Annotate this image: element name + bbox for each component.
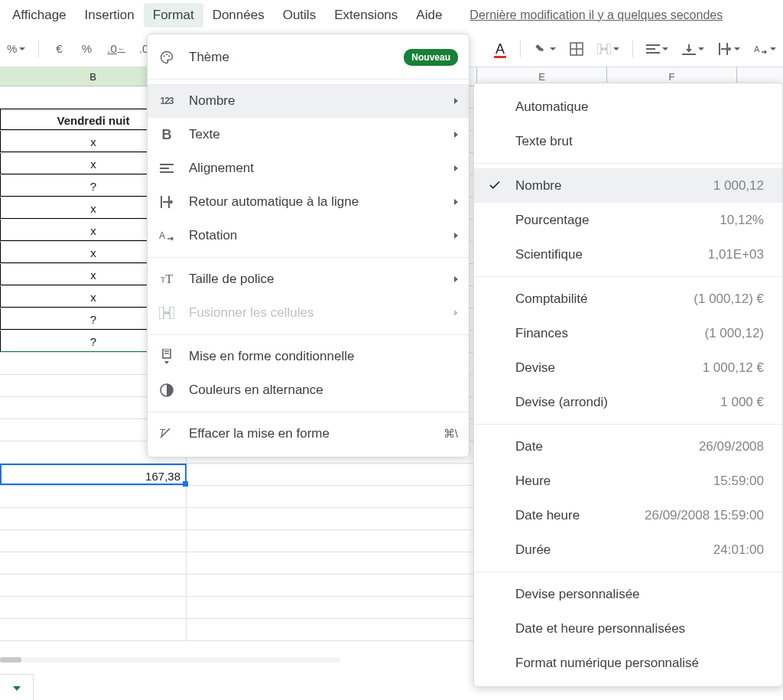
toolbar-halign[interactable]: [642, 37, 672, 60]
menu-outils[interactable]: Outils: [274, 3, 325, 28]
horizontal-scrollbar[interactable]: [0, 653, 340, 666]
format-alternating[interactable]: Couleurs en alternance: [148, 373, 469, 407]
label: Mise en forme conditionnelle: [189, 349, 354, 364]
label: Texte brut: [515, 134, 573, 149]
format-wrap[interactable]: Retour automatique à la ligne: [148, 185, 469, 219]
number-icon: 123: [158, 93, 175, 109]
format-theme[interactable]: Thème Nouveau: [148, 41, 469, 74]
nf-plain[interactable]: Texte brut: [474, 124, 782, 158]
cell[interactable]: [0, 597, 187, 618]
format-alignment[interactable]: Alignement: [148, 151, 469, 185]
palette-icon: [158, 49, 175, 66]
svg-rect-4: [607, 44, 611, 54]
toolbar-valign[interactable]: [678, 37, 708, 60]
nf-automatic[interactable]: Automatique: [474, 90, 782, 124]
svg-point-14: [168, 55, 170, 57]
menu-donnees[interactable]: Données: [203, 3, 274, 28]
label: Scientifique: [515, 247, 583, 262]
cell[interactable]: [0, 486, 187, 507]
label: Date heure: [515, 508, 580, 523]
format-number[interactable]: 123 Nombre: [148, 84, 469, 118]
toolbar-percent-dropdown[interactable]: %: [3, 37, 29, 60]
nf-custom-currency[interactable]: Devise personnalisée: [474, 577, 782, 611]
nf-date[interactable]: Date 26/09/2008: [474, 429, 782, 464]
menu-insertion[interactable]: Insertion: [76, 3, 144, 28]
toolbar-merge[interactable]: [593, 37, 623, 60]
svg-text:A: A: [754, 44, 760, 54]
cell[interactable]: [0, 530, 187, 552]
nf-number[interactable]: Nombre 1 000,12: [474, 168, 782, 203]
example: 26/09/2008: [699, 439, 764, 454]
format-text[interactable]: B Texte: [148, 118, 469, 151]
label: Durée: [515, 542, 551, 558]
wrap-overflow-icon: [718, 43, 732, 55]
label: Format numérique personnalisé: [515, 656, 699, 671]
submenu-arrow-icon: [454, 276, 458, 282]
format-conditional[interactable]: Mise en forme conditionnelle: [148, 340, 469, 373]
toolbar-separator: [632, 41, 633, 57]
format-clear[interactable]: T Effacer la mise en forme ⌘\: [148, 417, 469, 451]
number-format-submenu: Automatique Texte brut Nombre 1 000,12 P…: [473, 83, 783, 687]
toolbar-rotation[interactable]: A: [750, 37, 780, 60]
format-merge: Fusionner les cellules: [148, 296, 469, 330]
nf-scientific[interactable]: Scientifique 1,01E+03: [474, 237, 782, 272]
toolbar-fill-color[interactable]: [530, 37, 560, 60]
cell[interactable]: [0, 508, 187, 529]
check-icon: [488, 178, 502, 192]
example: (1 000,12): [705, 326, 765, 341]
new-badge: Nouveau: [404, 49, 458, 66]
menu-separator: [474, 163, 782, 164]
arrow-left-icon: ←: [118, 44, 125, 53]
toolbar-currency[interactable]: €: [48, 37, 70, 60]
nf-duration[interactable]: Durée 24:01:00: [474, 532, 782, 567]
merge-cells-icon: [597, 44, 611, 54]
nf-accounting[interactable]: Comptabilité (1 000,12) €: [474, 282, 782, 316]
last-modified-link[interactable]: Dernière modification il y a quelques se…: [469, 8, 723, 22]
toolbar-text-color[interactable]: A: [489, 37, 511, 60]
example: 24:01:00: [713, 542, 764, 558]
label: Date: [515, 439, 543, 454]
menu-format[interactable]: Format: [144, 3, 203, 28]
nf-finance[interactable]: Finances (1 000,12): [474, 316, 782, 350]
paint-bucket-icon: [534, 42, 547, 56]
format-menu: Thème Nouveau 123 Nombre B Texte Alignem…: [147, 34, 469, 457]
sheet-tab-dropdown[interactable]: [0, 674, 34, 700]
toolbar-dec-less[interactable]: .0 ←: [103, 37, 129, 60]
label: Devise personnalisée: [515, 587, 640, 602]
cell[interactable]: [0, 575, 187, 596]
cell[interactable]: [0, 619, 187, 640]
format-rotation[interactable]: A Rotation: [148, 219, 469, 252]
menu-separator: [474, 276, 782, 277]
dec-less-text: .0: [107, 42, 117, 55]
clear-format-icon: T: [158, 425, 175, 442]
svg-rect-22: [170, 307, 174, 319]
toolbar-percent2[interactable]: %: [76, 37, 97, 60]
label: Effacer la mise en forme: [189, 426, 330, 441]
nf-custom-number[interactable]: Format numérique personnalisé: [474, 646, 782, 680]
nf-custom-datetime[interactable]: Date et heure personnalisées: [474, 611, 782, 646]
menu-affichage[interactable]: Affichage: [3, 3, 76, 28]
toolbar-borders[interactable]: [566, 37, 587, 60]
toolbar-wrap[interactable]: [714, 37, 744, 60]
svg-text:A: A: [159, 230, 165, 241]
cell[interactable]: [0, 552, 187, 574]
label: Finances: [515, 326, 568, 341]
rotation-icon: A: [158, 227, 175, 244]
borders-icon: [570, 42, 583, 56]
text-rotation-icon: A: [754, 43, 768, 55]
label: Date et heure personnalisées: [515, 621, 685, 637]
nf-time[interactable]: Heure 15:59:00: [474, 464, 782, 498]
nf-percent[interactable]: Pourcentage 10,12%: [474, 203, 782, 237]
menu-extensions[interactable]: Extensions: [325, 3, 407, 28]
scrollbar-thumb[interactable]: [0, 657, 21, 663]
submenu-arrow-icon: [454, 199, 458, 205]
menu-aide[interactable]: Aide: [407, 3, 451, 28]
nf-currency[interactable]: Devise 1 000,12 €: [474, 350, 782, 385]
label: Fusionner les cellules: [189, 305, 314, 321]
nf-datetime[interactable]: Date heure 26/09/2008 15:59:00: [474, 498, 782, 532]
format-font-size[interactable]: TT Taille de police: [148, 262, 469, 296]
cell-selected[interactable]: 167,38: [0, 464, 187, 485]
submenu-arrow-icon: [454, 233, 458, 239]
svg-rect-21: [159, 307, 164, 319]
nf-currency-rounded[interactable]: Devise (arrondi) 1 000 €: [474, 385, 782, 419]
